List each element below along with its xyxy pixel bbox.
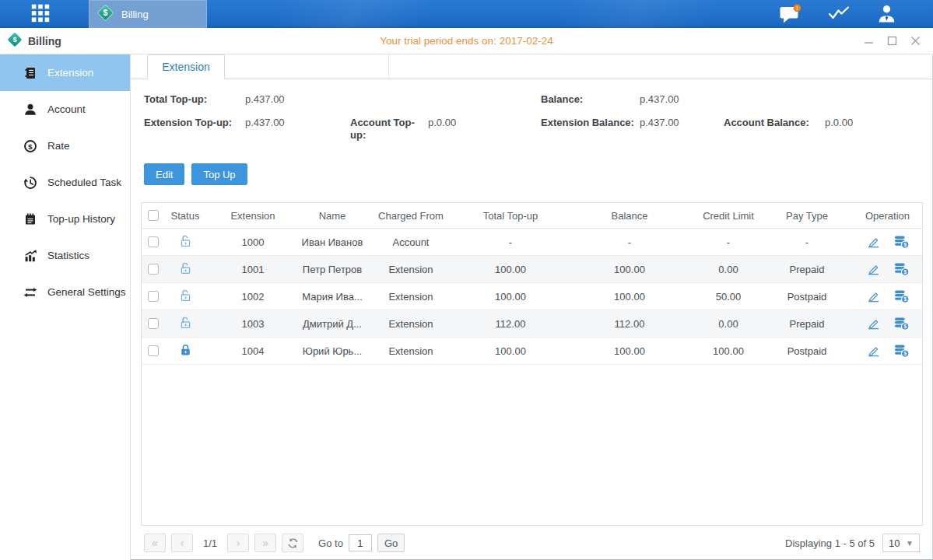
sidebar-item-rate[interactable]: $ Rate bbox=[0, 128, 130, 164]
cell-name: Иван Иванов bbox=[300, 236, 364, 248]
sidebar-item-label: Account bbox=[47, 103, 86, 115]
edit-button[interactable]: Edit bbox=[144, 163, 184, 185]
statistics-chart-button[interactable] bbox=[827, 5, 851, 24]
previous-page-button[interactable] bbox=[171, 534, 193, 552]
tab-extension[interactable]: Extension bbox=[147, 54, 225, 79]
sidebar-item-label: General Settings bbox=[47, 286, 126, 298]
cell-balance: 100.00 bbox=[563, 345, 696, 357]
extension-balance-value: p.437.00 bbox=[640, 117, 724, 142]
col-pay-type: Pay Type bbox=[761, 210, 853, 222]
account-icon bbox=[23, 103, 37, 117]
cell-total-topup: 100.00 bbox=[458, 345, 563, 357]
locked-icon bbox=[179, 348, 192, 359]
cell-charged-from: Extension bbox=[364, 264, 458, 275]
sidebar-item-scheduled-task[interactable]: Scheduled Task bbox=[0, 164, 130, 201]
cell-charged-from: Account bbox=[364, 236, 458, 248]
row-checkbox[interactable] bbox=[148, 345, 159, 356]
cell-pay-type: - bbox=[761, 236, 853, 248]
go-button[interactable]: Go bbox=[377, 534, 405, 552]
taskbar-tab-billing[interactable]: $ Billing bbox=[89, 0, 207, 28]
sidebar-item-account[interactable]: Account bbox=[0, 91, 130, 128]
apps-grid-icon bbox=[29, 2, 52, 26]
edit-extension-button[interactable] bbox=[866, 344, 881, 358]
edit-extension-button[interactable] bbox=[866, 262, 881, 276]
goto-page-input[interactable] bbox=[349, 534, 372, 551]
cell-credit-limit: - bbox=[696, 236, 761, 248]
account-topup-label: Account Top-up: bbox=[350, 117, 428, 142]
cell-pay-type: Prepaid bbox=[761, 318, 853, 330]
chevron-down-icon: ▼ bbox=[906, 539, 914, 548]
cell-pay-type: Postpaid bbox=[761, 345, 853, 357]
row-checkbox[interactable] bbox=[148, 264, 159, 275]
page-indicator: 1/1 bbox=[203, 537, 217, 549]
total-topup-value: p.437.00 bbox=[245, 93, 350, 106]
edit-extension-button[interactable] bbox=[866, 235, 881, 249]
col-credit-limit: Credit Limit bbox=[696, 210, 761, 222]
select-all-checkbox[interactable] bbox=[148, 210, 159, 221]
col-name: Name bbox=[300, 210, 364, 222]
topup-extension-button[interactable]: $ bbox=[893, 235, 910, 249]
svg-text:$: $ bbox=[903, 351, 907, 357]
status-cell bbox=[165, 316, 205, 332]
table-row: 1002 Мария Ива... Extension 100.00 100.0… bbox=[142, 283, 922, 310]
unlocked-icon bbox=[179, 293, 192, 305]
topup-extension-button[interactable]: $ bbox=[893, 262, 910, 276]
svg-text:$: $ bbox=[12, 36, 16, 44]
sidebar-item-label: Scheduled Task bbox=[47, 177, 121, 188]
topup-extension-button[interactable]: $ bbox=[893, 289, 910, 303]
svg-text:$: $ bbox=[903, 296, 907, 303]
billing-diamond-icon: $ bbox=[96, 4, 114, 25]
row-checkbox[interactable] bbox=[148, 291, 159, 302]
topup-extension-button[interactable]: $ bbox=[893, 344, 910, 358]
sidebar-item-extension[interactable]: Extension bbox=[0, 54, 130, 91]
first-page-button[interactable] bbox=[144, 534, 166, 552]
billing-diamond-icon-small: $ bbox=[7, 32, 23, 51]
messages-button[interactable]: ! bbox=[779, 4, 801, 25]
cell-total-topup: 112.00 bbox=[458, 318, 563, 330]
cell-credit-limit: 0.00 bbox=[696, 264, 761, 275]
minimize-button[interactable] bbox=[861, 34, 875, 48]
maximize-button[interactable] bbox=[885, 34, 899, 48]
col-balance: Balance bbox=[563, 210, 696, 222]
edit-extension-button[interactable] bbox=[866, 317, 881, 331]
topup-history-icon bbox=[23, 212, 37, 226]
row-checkbox[interactable] bbox=[148, 236, 159, 247]
tab-bar: Extension bbox=[131, 54, 933, 79]
topup-extension-button[interactable]: $ bbox=[893, 317, 910, 331]
last-page-button[interactable] bbox=[254, 534, 276, 552]
page-size-value: 10 bbox=[889, 537, 900, 549]
sidebar-item-statistics[interactable]: Statistics bbox=[0, 237, 130, 274]
refresh-button[interactable] bbox=[282, 534, 303, 552]
rate-icon: $ bbox=[23, 139, 37, 153]
close-button[interactable] bbox=[908, 34, 922, 48]
table-row: 1004 Юрий Юрь... Extension 100.00 100.00… bbox=[142, 338, 922, 365]
row-checkbox[interactable] bbox=[148, 318, 159, 329]
page-size-select[interactable]: 10 ▼ bbox=[882, 534, 920, 552]
scheduled-task-icon bbox=[23, 176, 37, 190]
top-up-button[interactable]: Top Up bbox=[191, 163, 247, 185]
billing-summary: Total Top-up: p.437.00 Balance: p.437.00… bbox=[141, 93, 923, 142]
apps-menu-button[interactable] bbox=[28, 4, 53, 24]
cell-name: Юрий Юрь... bbox=[300, 345, 364, 357]
svg-text:$: $ bbox=[903, 269, 907, 275]
svg-text:!: ! bbox=[796, 5, 798, 12]
user-account-button[interactable] bbox=[876, 4, 897, 24]
sidebar-item-topup-history[interactable]: Top-up History bbox=[0, 201, 130, 237]
svg-text:$: $ bbox=[903, 242, 907, 248]
cell-pay-type: Postpaid bbox=[761, 291, 853, 303]
cell-balance: 112.00 bbox=[563, 318, 696, 330]
unlocked-icon bbox=[179, 239, 192, 250]
sidebar-item-general-settings[interactable]: General Settings bbox=[0, 274, 130, 310]
cell-name: Мария Ива... bbox=[300, 291, 364, 303]
sidebar-item-label: Statistics bbox=[47, 250, 89, 261]
cell-extension: 1001 bbox=[205, 264, 300, 275]
cell-charged-from: Extension bbox=[364, 318, 458, 330]
cell-total-topup: 100.00 bbox=[458, 291, 563, 303]
balance-label: Balance: bbox=[541, 93, 640, 106]
status-cell bbox=[165, 261, 205, 278]
edit-extension-button[interactable] bbox=[866, 289, 881, 303]
cell-balance: - bbox=[563, 236, 696, 248]
cell-total-topup: 100.00 bbox=[458, 264, 563, 275]
cell-credit-limit: 100.00 bbox=[696, 345, 761, 357]
next-page-button[interactable] bbox=[227, 534, 249, 552]
